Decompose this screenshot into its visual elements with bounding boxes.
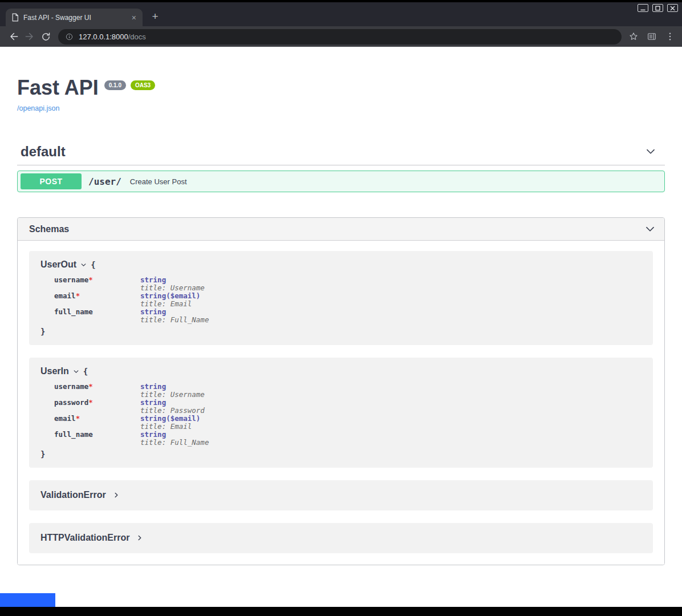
property-row: full_name string title: Full_Name — [54, 308, 209, 324]
url-host: 127.0.0.1:8000 — [79, 33, 128, 41]
property-format: ($email) — [166, 291, 200, 300]
chevron-right-icon[interactable] — [136, 534, 143, 541]
schemas-section: Schemas UserOut { username* — [17, 217, 665, 565]
property-format: ($email) — [166, 414, 200, 423]
model-header[interactable]: ValidationError — [40, 489, 642, 501]
chevron-down-icon[interactable] — [73, 368, 79, 375]
endpoint-summary: Create User Post — [130, 177, 187, 186]
property-name: full_name — [54, 307, 93, 316]
model-userout: UserOut { username* string title: Userna… — [29, 251, 653, 345]
model-name: ValidationError — [40, 490, 106, 500]
maximize-button[interactable] — [652, 4, 663, 12]
property-type: string — [140, 383, 209, 391]
close-button[interactable] — [667, 4, 678, 12]
model-name: UserOut — [40, 260, 76, 270]
minimize-button[interactable] — [638, 4, 648, 12]
page-title: Fast API — [17, 76, 99, 99]
window-controls — [638, 4, 678, 12]
chevron-down-icon[interactable] — [644, 223, 656, 236]
property-title: title: Username — [140, 391, 209, 399]
schemas-header[interactable]: Schemas — [18, 218, 664, 241]
tag-section-header[interactable]: default — [17, 139, 665, 165]
required-star: * — [88, 398, 93, 407]
property-name: email — [54, 291, 76, 300]
openapi-spec-link[interactable]: /openapi.json — [17, 104, 59, 112]
version-badge: 0.1.0 — [104, 80, 126, 90]
new-tab-button[interactable]: + — [147, 9, 163, 25]
chevron-down-icon[interactable] — [644, 145, 657, 158]
model-name: UserIn — [40, 366, 69, 376]
property-type: string — [140, 308, 209, 316]
tab-close-icon[interactable]: × — [130, 13, 138, 22]
property-row: full_name string title: Full_Name — [54, 431, 209, 447]
site-info-icon[interactable] — [65, 33, 74, 41]
kebab-menu-icon[interactable] — [665, 31, 675, 42]
url-path: /docs — [128, 33, 146, 41]
property-name: username — [54, 382, 88, 391]
required-star: * — [76, 414, 80, 423]
property-type: string — [140, 276, 209, 284]
property-type: string($email) — [140, 415, 209, 423]
property-title: title: Password — [140, 407, 209, 415]
model-header[interactable]: HTTPValidationError — [40, 532, 642, 544]
property-name: email — [54, 414, 76, 423]
schemas-title: Schemas — [29, 224, 69, 234]
page-document-icon — [11, 13, 19, 22]
property-row: email* string($email) title: Email — [54, 292, 209, 308]
tab-title: Fast API - Swagger UI — [23, 14, 125, 22]
property-title: title: Email — [140, 423, 209, 431]
required-star: * — [88, 275, 93, 284]
property-type: string($email) — [140, 292, 209, 300]
property-title: title: Email — [140, 300, 209, 308]
forward-icon[interactable] — [22, 29, 38, 44]
model-httpvalidationerror: HTTPValidationError — [29, 523, 653, 553]
property-row: username* string title: Username — [54, 276, 209, 292]
property-type: string — [140, 431, 209, 439]
required-star: * — [76, 291, 80, 300]
property-title: title: Full_Name — [140, 316, 209, 324]
model-header[interactable]: UserOut { — [40, 260, 642, 270]
property-title: title: Username — [140, 284, 209, 292]
tag-name: default — [21, 144, 66, 160]
back-icon[interactable] — [6, 29, 22, 44]
window-titlebar: Fast API - Swagger UI × + — [0, 0, 682, 26]
property-row: username* string title: Username — [54, 383, 209, 399]
status-bubble — [0, 593, 55, 607]
property-title: title: Full_Name — [140, 439, 209, 447]
close-brace: } — [40, 449, 642, 459]
chevron-down-icon[interactable] — [80, 262, 87, 268]
swagger-page: Fast API 0.1.0 OAS3 /openapi.json defaul… — [0, 47, 682, 565]
property-table: username* string title: Username passwor… — [54, 383, 209, 447]
chevron-right-icon[interactable] — [113, 492, 120, 499]
url-bar[interactable]: 127.0.0.1:8000/docs — [58, 29, 622, 44]
property-table: username* string title: Username email* … — [54, 276, 209, 324]
side-panel-icon[interactable] — [647, 31, 657, 42]
schemas-body: UserOut { username* string title: Userna… — [18, 241, 664, 565]
model-userin: UserIn { username* string title: Usernam… — [29, 358, 653, 468]
model-name: HTTPValidationError — [40, 533, 129, 543]
required-star: * — [88, 382, 93, 391]
property-type: string — [140, 399, 209, 407]
property-name: full_name — [54, 430, 93, 439]
model-validationerror: ValidationError — [29, 480, 653, 510]
open-brace: { — [83, 367, 88, 376]
oas-badge: OAS3 — [131, 80, 155, 90]
reload-icon[interactable] — [38, 29, 54, 44]
toolbar-right-icons — [628, 31, 675, 42]
property-row: email* string($email) title: Email — [54, 415, 209, 431]
property-name: username — [54, 275, 88, 284]
browser-tab[interactable]: Fast API - Swagger UI × — [6, 9, 143, 26]
property-row: password* string title: Password — [54, 399, 209, 415]
model-header[interactable]: UserIn { — [40, 366, 642, 376]
open-brace: { — [91, 260, 95, 269]
api-info: Fast API 0.1.0 OAS3 /openapi.json — [17, 47, 665, 113]
method-badge: POST — [21, 173, 82, 189]
property-name: password — [54, 398, 88, 407]
bottom-bar — [0, 607, 682, 616]
url-text: 127.0.0.1:8000/docs — [79, 33, 146, 41]
close-brace: } — [40, 327, 642, 336]
endpoint-path: /user/ — [88, 176, 121, 187]
browser-toolbar: 127.0.0.1:8000/docs — [0, 26, 682, 47]
bookmark-star-icon[interactable] — [628, 31, 639, 42]
endpoint-post-user[interactable]: POST /user/ Create User Post — [17, 171, 665, 192]
